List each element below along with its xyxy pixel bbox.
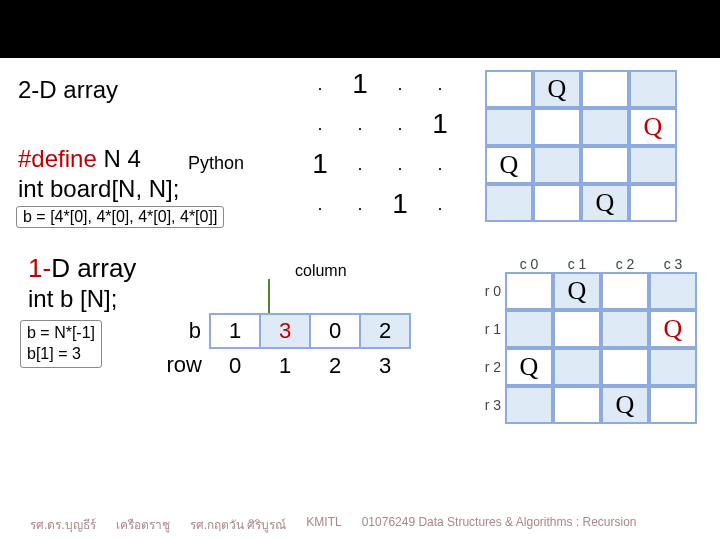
q2-cell (601, 272, 649, 310)
define-keyword: #define (18, 145, 97, 172)
row-val: 1 (260, 348, 310, 382)
b-row-table: b 1 3 0 2 row 0 1 2 3 (155, 313, 411, 382)
q1-cell (485, 184, 533, 222)
heading-1d-rest: D array (51, 253, 136, 283)
q1-cell (581, 70, 629, 108)
q1-cell (629, 146, 677, 184)
col-label: c 2 (601, 256, 649, 272)
row-label: row (155, 348, 210, 382)
q-board-top: Q Q Q Q (485, 70, 677, 222)
b-val: 0 (310, 314, 360, 348)
q2-cell (505, 386, 553, 424)
q2-cell-highlight: Q (649, 310, 697, 348)
footer-author1b: เครือตราชู (116, 515, 170, 534)
b-2d-code: b = [4*[0], 4*[0], 4*[0], 4*[0]] (16, 206, 224, 228)
q2-cell (649, 272, 697, 310)
row-label: r 0 (475, 283, 505, 299)
b-val-highlight: 3 (260, 314, 310, 348)
q1-cell (629, 70, 677, 108)
define-line2: int board[N, N]; (18, 174, 179, 204)
col-label: c 3 (649, 256, 697, 272)
row-label: r 3 (475, 397, 505, 413)
q1-cell (629, 184, 677, 222)
heading-1d-prefix: 1- (28, 253, 51, 283)
q1-cell (581, 108, 629, 146)
b-val: 2 (360, 314, 410, 348)
dot-matrix: .1.. ...1 1... ..1. (300, 64, 460, 224)
q1-cell: Q (581, 184, 629, 222)
row-label: r 1 (475, 321, 505, 337)
bcode-line1: b = N*[-1] (27, 323, 95, 344)
q2-cell (601, 310, 649, 348)
q2-cell (553, 310, 601, 348)
heading-2d-array: 2-D array (18, 76, 118, 104)
q2-cell (553, 386, 601, 424)
python-label: Python (188, 153, 244, 174)
footer-author2: รศ.กฤตวัน ศิริบูรณ์ (190, 515, 287, 534)
q1-cell: Q (485, 146, 533, 184)
q1-cell (533, 184, 581, 222)
col-labels: c 0 c 1 c 2 c 3 (475, 256, 697, 272)
q2-cell (649, 386, 697, 424)
b-1d-code: b = N*[-1] b[1] = 3 (20, 320, 102, 368)
col-label: c 1 (553, 256, 601, 272)
q1-cell: Q (533, 70, 581, 108)
footer: รศ.ดร.บุญธีร์ เครือตราชู รศ.กฤตวัน ศิริบ… (0, 515, 720, 534)
row-label: r 2 (475, 359, 505, 375)
q2-cell (553, 348, 601, 386)
define-block: #define N 4 int board[N, N]; (18, 144, 179, 204)
q2-cell (505, 272, 553, 310)
q1-cell (533, 146, 581, 184)
footer-course: 01076249 Data Structures & Algorithms : … (362, 515, 637, 534)
q2-cell: Q (553, 272, 601, 310)
bcode-line2: b[1] = 3 (27, 344, 95, 365)
q1-cell (485, 108, 533, 146)
define-rest: N 4 (97, 145, 141, 172)
row-val: 0 (210, 348, 260, 382)
q1-cell (485, 70, 533, 108)
heading-1d-array: 1-D array (28, 253, 136, 284)
q1-cell-highlight: Q (629, 108, 677, 146)
q2-cell: Q (601, 386, 649, 424)
footer-inst: KMITL (306, 515, 341, 534)
row-val: 2 (310, 348, 360, 382)
q2-cell (649, 348, 697, 386)
b-val: 1 (210, 314, 260, 348)
b-label: b (155, 314, 210, 348)
q1-cell (581, 146, 629, 184)
q-board-bottom: c 0 c 1 c 2 c 3 r 0 Q r 1 Q r 2 (475, 256, 697, 424)
int-b-decl: int b [N]; (28, 285, 117, 313)
q1-cell (533, 108, 581, 146)
q2-cell (505, 310, 553, 348)
slide-content: 2-D array #define N 4 int board[N, N]; P… (0, 58, 720, 540)
q2-cell (601, 348, 649, 386)
footer-author1: รศ.ดร.บุญธีร์ (30, 515, 96, 534)
q2-cell: Q (505, 348, 553, 386)
row-val: 3 (360, 348, 410, 382)
col-label: c 0 (505, 256, 553, 272)
top-black-bar (0, 0, 720, 58)
column-label: column (295, 262, 347, 280)
